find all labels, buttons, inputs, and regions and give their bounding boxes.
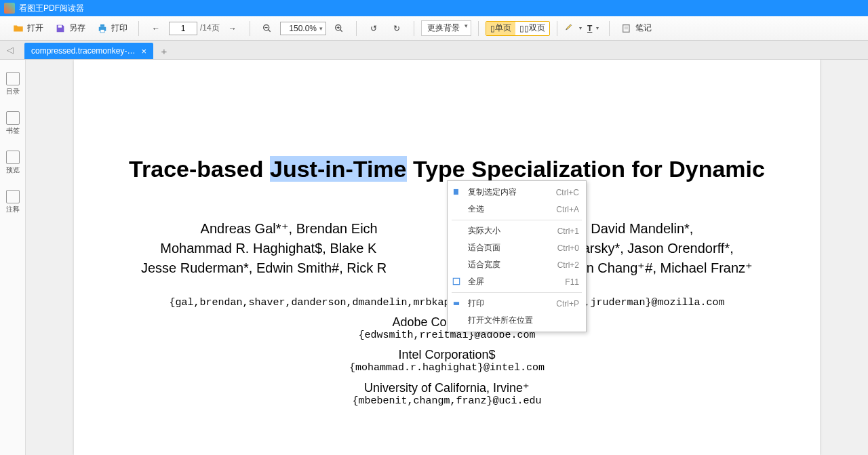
arrow-right-icon: → bbox=[226, 22, 239, 35]
svg-rect-15 bbox=[453, 278, 459, 284]
underline-button[interactable]: T bbox=[585, 22, 602, 35]
zoom-value: 150.0% bbox=[289, 24, 317, 33]
change-background-select[interactable]: 更换背景 bbox=[421, 20, 471, 36]
menu-separator bbox=[452, 292, 582, 293]
svg-rect-0 bbox=[58, 25, 62, 27]
zoom-out-icon bbox=[261, 22, 273, 35]
open-button[interactable]: 打开 bbox=[8, 20, 47, 37]
copy-icon bbox=[452, 187, 462, 198]
save-icon bbox=[54, 22, 66, 35]
document-tab[interactable]: compressed.tracemonkey-pl... × bbox=[24, 43, 153, 59]
svg-rect-3 bbox=[100, 29, 104, 33]
menu-copy[interactable]: 复制选定内容Ctrl+C bbox=[448, 184, 586, 201]
menu-actualsize[interactable]: 实际大小Ctrl+1 bbox=[448, 222, 586, 239]
menu-separator bbox=[452, 220, 582, 220]
toolbar-separator bbox=[138, 21, 139, 36]
main-toolbar: 打开 另存 打印 ← /14页 → 150.0% ↺ ↻ 更换背景 ▯单页 ▯▯… bbox=[0, 16, 868, 41]
underline-icon: T bbox=[587, 24, 592, 33]
folder-open-icon bbox=[12, 22, 24, 35]
zoom-select[interactable]: 150.0% bbox=[280, 22, 326, 35]
selected-text: Just-in-Time bbox=[270, 156, 407, 182]
bookmark-icon bbox=[6, 111, 20, 125]
arrow-left-icon: ← bbox=[150, 22, 162, 35]
svg-rect-14 bbox=[454, 189, 458, 194]
close-tab-icon[interactable]: × bbox=[141, 46, 146, 56]
menu-fitwidth[interactable]: 适合宽度Ctrl+2 bbox=[448, 256, 586, 273]
page-mode-toggle[interactable]: ▯单页 ▯▯双页 bbox=[486, 21, 550, 36]
app-title: 看图王PDF阅读器 bbox=[19, 3, 84, 14]
zoom-in-icon bbox=[333, 22, 345, 35]
svg-line-8 bbox=[340, 29, 342, 31]
sidebar: 目录 书签 预览 注释 bbox=[0, 60, 26, 455]
highlighter-icon bbox=[564, 22, 575, 35]
toolbar-separator bbox=[609, 21, 610, 36]
tab-back-button[interactable]: ◁ bbox=[7, 45, 14, 55]
notes-icon bbox=[620, 22, 633, 35]
double-page-icon: ▯▯ bbox=[519, 24, 529, 33]
menu-print[interactable]: 打印Ctrl+P bbox=[448, 295, 586, 312]
saveas-label: 另存 bbox=[69, 22, 85, 34]
svg-rect-16 bbox=[454, 302, 459, 305]
print-label: 打印 bbox=[111, 22, 127, 34]
svg-line-5 bbox=[268, 29, 270, 31]
print-button[interactable]: 打印 bbox=[92, 20, 132, 37]
title-bar: 看图王PDF阅读器 bbox=[0, 0, 868, 16]
saveas-button[interactable]: 另存 bbox=[50, 20, 90, 37]
zoom-in-button[interactable] bbox=[329, 20, 349, 37]
app-logo-icon bbox=[4, 3, 15, 14]
toolbar-separator bbox=[414, 21, 414, 36]
printer-icon bbox=[96, 22, 108, 35]
sidebar-preview-button[interactable]: 预览 bbox=[3, 151, 23, 175]
toolbar-separator bbox=[250, 21, 250, 36]
double-page-button[interactable]: ▯▯双页 bbox=[515, 22, 549, 35]
menu-openloc[interactable]: 打开文件所在位置 bbox=[448, 312, 586, 329]
fullscreen-icon bbox=[452, 277, 462, 288]
context-menu: 复制选定内容Ctrl+C 全选Ctrl+A 实际大小Ctrl+1 适合页面Ctr… bbox=[447, 180, 587, 332]
new-tab-button[interactable]: + bbox=[156, 43, 172, 59]
menu-selectall[interactable]: 全选Ctrl+A bbox=[448, 201, 586, 218]
sidebar-toc-button[interactable]: 目录 bbox=[3, 72, 23, 96]
rotate-right-button[interactable]: ↻ bbox=[387, 20, 407, 37]
menu-fullscreen[interactable]: 全屏F11 bbox=[448, 273, 586, 290]
open-label: 打开 bbox=[27, 22, 43, 34]
printer-icon bbox=[452, 298, 462, 309]
next-page-button[interactable]: → bbox=[222, 20, 243, 37]
tab-title: compressed.tracemonkey-pl... bbox=[31, 46, 137, 56]
sidebar-annot-button[interactable]: 注释 bbox=[3, 190, 23, 214]
page-total-label: /14页 bbox=[200, 22, 220, 34]
rotate-left-button[interactable]: ↺ bbox=[363, 20, 384, 37]
svg-rect-2 bbox=[100, 24, 104, 27]
highlight-button[interactable] bbox=[564, 22, 582, 35]
menu-fitpage[interactable]: 适合页面Ctrl+0 bbox=[448, 239, 586, 256]
notes-button[interactable]: 笔记 bbox=[616, 20, 656, 37]
single-page-button[interactable]: ▯单页 bbox=[486, 22, 515, 35]
sidebar-bookmark-button[interactable]: 书签 bbox=[3, 111, 23, 136]
change-bg-label: 更换背景 bbox=[427, 23, 460, 33]
toolbar-separator bbox=[478, 21, 479, 36]
prev-page-button[interactable]: ← bbox=[146, 20, 166, 37]
single-page-icon: ▯ bbox=[490, 24, 495, 33]
zoom-out-button[interactable] bbox=[257, 20, 277, 37]
paper-title: Trace-based Just-in-Time Type Specializa… bbox=[115, 155, 779, 184]
toolbar-separator bbox=[557, 21, 557, 36]
toc-icon bbox=[6, 72, 20, 85]
rotate-cw-icon: ↻ bbox=[391, 22, 403, 35]
tab-bar: ◁ compressed.tracemonkey-pl... × + bbox=[0, 41, 868, 60]
notes-label: 笔记 bbox=[635, 22, 652, 34]
annot-icon bbox=[6, 190, 20, 203]
preview-icon bbox=[6, 151, 20, 164]
toolbar-separator bbox=[356, 21, 357, 36]
rotate-ccw-icon: ↺ bbox=[368, 22, 380, 35]
workspace: 目录 书签 预览 注释 Trace-based Just-in-Time Typ… bbox=[0, 60, 868, 455]
page-number-input[interactable] bbox=[169, 22, 197, 35]
svg-rect-11 bbox=[623, 24, 629, 32]
